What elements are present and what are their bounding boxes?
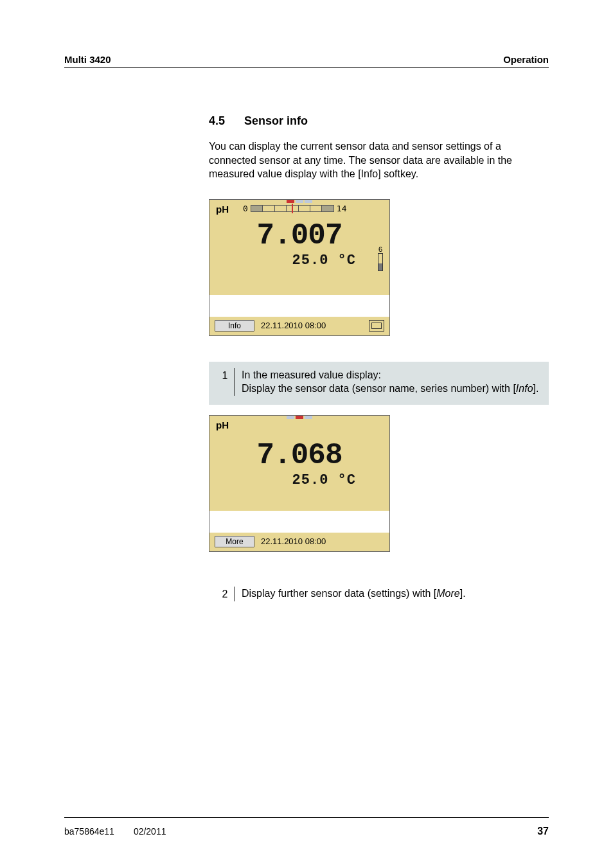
intro-paragraph: You can display the current sensor data …: [209, 139, 549, 181]
page-header: Multi 3420 Operation: [64, 54, 549, 68]
screen-timestamp: 22.11.2010 08:00: [261, 536, 326, 546]
step2-ital: More: [436, 588, 459, 599]
instruction-step-2: 2 Display further sensor data (settings)…: [209, 580, 549, 610]
device-screen-1: pH 0 14 7.007 25.0 °C: [209, 199, 390, 336]
measurement-mode-label: pH: [216, 420, 229, 430]
screen-timestamp: 22.11.2010 08:00: [261, 321, 326, 330]
step-number: 2: [215, 587, 235, 601]
temperature-value: 25.0 °C: [215, 472, 384, 488]
step2-b: ].: [460, 588, 466, 599]
temperature-value: 25.0 °C: [215, 252, 384, 269]
step-line1: In the measured value display:: [242, 369, 381, 380]
tab-indicator: [287, 200, 312, 203]
printer-icon[interactable]: [369, 320, 384, 332]
tab-indicator: [287, 416, 312, 419]
battery-icon: 6: [377, 246, 384, 271]
step-line2b: ].: [533, 383, 539, 394]
page-footer: ba75864e11 02/2011 37: [64, 817, 549, 837]
section-title: 4.5 Sensor info: [209, 114, 549, 128]
scale-marker: [292, 204, 293, 213]
more-softkey[interactable]: More: [215, 536, 254, 547]
step-text: In the measured value display: Display t…: [242, 368, 540, 396]
scale-bar: [251, 205, 334, 212]
measurement-mode-label: pH: [216, 204, 229, 215]
step-text: Display further sensor data (settings) w…: [242, 587, 540, 601]
step-number: 1: [215, 368, 235, 396]
instruction-step-1: 1 In the measured value display: Display…: [209, 362, 549, 405]
ph-scale: 0 14: [243, 204, 346, 213]
device-screen-2: pH 7.068 25.0 °C More 22.11.2010 08:00: [209, 415, 390, 552]
ph-value: 7.007: [215, 219, 384, 252]
page-number: 37: [537, 826, 549, 837]
footer-docid: ba75864e11: [64, 826, 114, 837]
section-name: Sensor info: [244, 114, 308, 127]
scale-max: 14: [337, 204, 347, 213]
footer-date: 02/2011: [134, 826, 166, 837]
info-softkey[interactable]: Info: [215, 320, 254, 332]
scale-min: 0: [243, 204, 248, 213]
step2-a: Display further sensor data (settings) w…: [242, 588, 436, 599]
header-right: Operation: [503, 54, 549, 65]
step-line2a: Display the sensor data (sensor name, se…: [242, 383, 516, 394]
ph-value: 7.068: [215, 439, 384, 472]
section-number: 4.5: [209, 114, 241, 128]
step-line2-ital: Info: [516, 383, 533, 394]
header-left: Multi 3420: [64, 54, 111, 65]
